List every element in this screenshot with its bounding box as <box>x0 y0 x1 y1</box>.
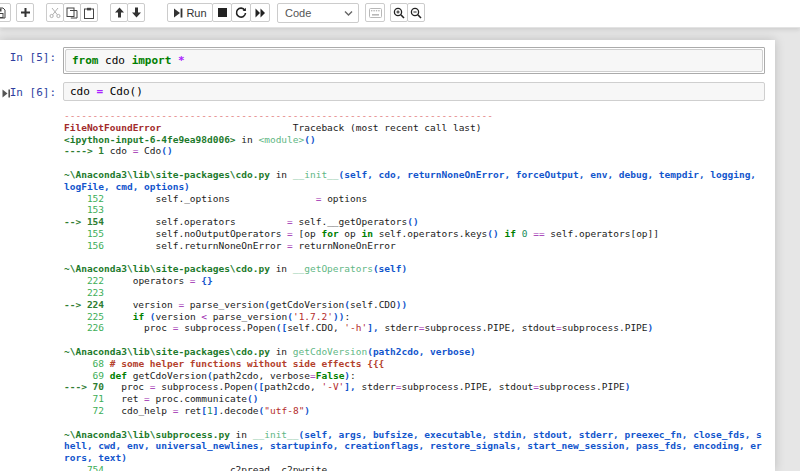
move-cell-down-button[interactable] <box>127 3 145 22</box>
code-input-6[interactable]: cdo = Cdo() <box>63 82 765 101</box>
cell-type-value: Code <box>285 7 311 19</box>
selected-cell-outline: from cdo import * <box>63 47 765 74</box>
move-up-icon <box>114 7 125 18</box>
output-area: ----------------------------------------… <box>0 110 775 471</box>
input-prompt-5: In [5]: <box>0 47 63 64</box>
add-cell-icon <box>20 7 31 18</box>
move-down-icon <box>131 7 142 18</box>
copy-icon <box>66 7 78 19</box>
keyboard-icon <box>369 8 382 18</box>
zoom-out-button[interactable] <box>407 3 425 22</box>
run-cell-marker-icon <box>2 88 11 101</box>
cut-cell-button[interactable] <box>46 3 64 22</box>
stop-icon <box>218 8 227 17</box>
stop-button[interactable] <box>212 3 232 22</box>
restart-icon <box>235 7 247 19</box>
run-button[interactable]: Run <box>167 3 213 22</box>
zoom-out-icon <box>410 7 422 19</box>
move-cell-up-button[interactable] <box>110 3 128 22</box>
cut-icon <box>49 7 61 19</box>
run-icon <box>173 8 183 18</box>
code-cell-6: In [6]: cdo = Cdo() <box>0 82 765 101</box>
run-button-label: Run <box>186 7 206 19</box>
zoom-in-icon <box>393 7 405 19</box>
code-cell-5: In [5]: from cdo import * <box>0 47 765 74</box>
add-cell-button[interactable] <box>16 3 34 22</box>
jupyter-notebook-window: Run Code <box>0 0 800 471</box>
zoom-in-button[interactable] <box>390 3 408 22</box>
toolbar: Run Code <box>0 0 800 28</box>
chevron-down-icon <box>344 10 353 17</box>
copy-cell-button[interactable] <box>63 3 81 22</box>
save-button[interactable] <box>0 3 11 22</box>
code-input-5[interactable]: from cdo import * <box>65 49 763 72</box>
restart-kernel-button[interactable] <box>231 3 251 22</box>
traceback-text: ----------------------------------------… <box>64 110 766 471</box>
cell-type-select[interactable]: Code <box>277 3 359 23</box>
paste-cell-button[interactable] <box>80 3 98 22</box>
notebook-page: In [5]: from cdo import * In [6]: cdo = … <box>0 40 775 471</box>
save-icon <box>0 7 6 19</box>
restart-run-all-button[interactable] <box>250 3 270 22</box>
input-prompt-6: In [6]: <box>0 82 63 99</box>
restart-run-all-icon <box>255 8 266 18</box>
command-palette-button[interactable] <box>365 3 385 22</box>
paste-icon <box>83 7 95 19</box>
